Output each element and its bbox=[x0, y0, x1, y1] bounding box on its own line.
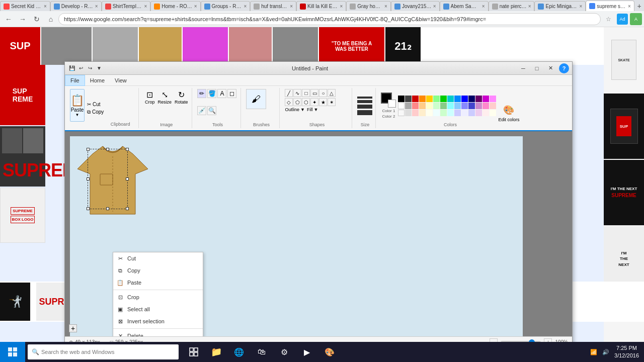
top-img-3[interactable] bbox=[93, 27, 138, 65]
palette-r3[interactable] bbox=[412, 110, 419, 116]
palette-lpurple[interactable] bbox=[482, 96, 489, 102]
palette-black[interactable] bbox=[398, 96, 405, 102]
palette-lpink[interactable] bbox=[490, 103, 496, 109]
ctx-invertsel[interactable]: ⊠ Invert selection bbox=[113, 315, 203, 327]
handle-bl[interactable] bbox=[87, 207, 90, 210]
size-3[interactable] bbox=[357, 105, 372, 109]
palette-p4[interactable] bbox=[482, 110, 489, 116]
palette-llblue[interactable] bbox=[454, 103, 461, 109]
palette-yellow1[interactable] bbox=[426, 96, 433, 102]
color-pick-tool[interactable]: 💉 bbox=[197, 106, 206, 115]
handle-br[interactable] bbox=[126, 207, 129, 210]
volume-icon[interactable]: 🔊 bbox=[602, 349, 609, 355]
size-1[interactable] bbox=[357, 97, 372, 99]
tab-8[interactable]: Gray hoodie × bbox=[346, 1, 391, 11]
zoom-plus-button[interactable]: + bbox=[544, 338, 552, 342]
right-img-2[interactable]: SUP bbox=[604, 94, 644, 159]
palette-teal[interactable] bbox=[447, 96, 454, 102]
tab-7[interactable]: Kill la Kill Epi... × bbox=[296, 1, 346, 11]
tab-9[interactable]: Jovany215 -... × bbox=[391, 1, 440, 11]
save-quick-icon[interactable]: 💾 bbox=[68, 64, 76, 72]
shape-star4[interactable]: ✦ bbox=[310, 98, 318, 106]
palette-blue[interactable] bbox=[461, 96, 468, 102]
file-explorer-icon[interactable]: 📁 bbox=[206, 342, 226, 362]
shape-star5[interactable]: ★ bbox=[319, 98, 327, 106]
ctx-crop[interactable]: ⊡ Crop bbox=[113, 291, 203, 303]
color2-swatch[interactable] bbox=[388, 100, 396, 108]
ctx-delete[interactable]: ✕ Delete bbox=[113, 330, 203, 336]
refresh-button[interactable]: ↻ bbox=[30, 13, 43, 26]
top-img-9[interactable]: 21₂ bbox=[385, 27, 421, 65]
menu-view[interactable]: View bbox=[110, 75, 132, 86]
bottom-img-1[interactable]: 🤺 bbox=[0, 283, 30, 321]
shape-star6[interactable]: ✶ bbox=[328, 98, 336, 106]
handle-ml[interactable] bbox=[87, 177, 90, 180]
add-point-button[interactable]: + bbox=[69, 324, 77, 332]
network-icon[interactable]: 📶 bbox=[590, 349, 597, 355]
media-player-icon[interactable]: ▶ bbox=[297, 342, 317, 362]
palette-p5[interactable] bbox=[490, 110, 496, 116]
palette-mpink[interactable] bbox=[482, 103, 489, 109]
palette-lteal[interactable] bbox=[447, 103, 454, 109]
fill-tool[interactable]: 🪣 bbox=[207, 89, 216, 98]
palette-g1[interactable] bbox=[405, 110, 412, 116]
palette-o3[interactable] bbox=[419, 110, 426, 116]
forward-button[interactable]: → bbox=[16, 13, 29, 26]
left-img-1[interactable]: SUPREME bbox=[0, 65, 45, 125]
fill-selector[interactable]: Fill ▼ bbox=[307, 107, 318, 112]
palette-w1[interactable] bbox=[398, 110, 405, 116]
palette-lgreen[interactable] bbox=[433, 96, 440, 102]
handle-bm[interactable] bbox=[106, 207, 109, 210]
minimize-button[interactable]: ─ bbox=[517, 63, 530, 73]
left-img-3[interactable]: SUPREME BOX LOGO bbox=[0, 188, 45, 243]
shape-diamond[interactable]: ◇ bbox=[285, 98, 293, 106]
redo-quick-icon[interactable]: ↪ bbox=[86, 64, 94, 72]
task-view-button[interactable] bbox=[184, 342, 204, 362]
shape-triangle[interactable]: △ bbox=[328, 89, 336, 97]
close-button[interactable]: ✕ bbox=[544, 63, 557, 73]
handle-mr[interactable] bbox=[126, 177, 129, 180]
cut-button[interactable]: ✂ Cut bbox=[86, 101, 105, 108]
pencil-tool[interactable]: ✏ bbox=[197, 89, 206, 98]
palette-lyellow[interactable] bbox=[426, 103, 433, 109]
palette-dgray[interactable] bbox=[405, 96, 412, 102]
eraser-tool[interactable]: ◻ bbox=[227, 89, 236, 98]
url-bar[interactable] bbox=[58, 13, 601, 25]
ctx-copy[interactable]: ⧉ Copy bbox=[113, 264, 203, 277]
top-img-6[interactable] bbox=[229, 27, 272, 65]
handle-tm[interactable] bbox=[106, 148, 109, 151]
bookmark-icon[interactable]: ☆ bbox=[602, 13, 615, 26]
size-2[interactable] bbox=[357, 100, 372, 103]
browser-taskbar-icon[interactable]: 🌐 bbox=[229, 342, 249, 362]
start-button[interactable] bbox=[0, 342, 25, 362]
copy-button[interactable]: ⧉ Copy bbox=[86, 109, 105, 116]
paste-button[interactable]: 📋 Paste ▼ bbox=[70, 89, 85, 122]
crop-button[interactable]: ⊡ Crop bbox=[144, 89, 156, 122]
tab-10[interactable]: Abem Samu... × bbox=[440, 1, 489, 11]
palette-t3[interactable] bbox=[447, 110, 454, 116]
taskbar-search-box[interactable]: 🔍 bbox=[28, 344, 179, 359]
ctx-paste[interactable]: 📋 Paste bbox=[113, 277, 203, 289]
top-img-2[interactable] bbox=[41, 27, 92, 65]
palette-lgray[interactable] bbox=[405, 103, 412, 109]
menu-file[interactable]: File bbox=[65, 75, 85, 86]
edit-colors-button[interactable]: Edit colors bbox=[498, 117, 519, 122]
shape-line[interactable]: ╱ bbox=[285, 89, 293, 97]
text-tool[interactable]: A bbox=[217, 89, 226, 98]
palette-mlblue[interactable] bbox=[461, 103, 468, 109]
paint-taskbar-icon[interactable]: 🎨 bbox=[319, 342, 340, 362]
handle-tl[interactable] bbox=[87, 148, 90, 151]
palette-lblue[interactable] bbox=[454, 96, 461, 102]
paint-shirt-image[interactable] bbox=[72, 139, 153, 222]
shape-pentagon[interactable]: ⬠ bbox=[293, 98, 301, 106]
outline-selector[interactable]: Outline ▼ bbox=[285, 107, 304, 112]
palette-p3[interactable] bbox=[475, 110, 482, 116]
palette-dgreen[interactable] bbox=[440, 96, 447, 102]
shape-ellipse[interactable]: ○ bbox=[319, 89, 327, 97]
tab-1[interactable]: Secret Kid W... × bbox=[0, 1, 50, 11]
palette-b3[interactable] bbox=[454, 110, 461, 116]
settings-icon[interactable]: ⚙ bbox=[274, 342, 294, 362]
tab-2[interactable]: Develop - RC... × bbox=[50, 1, 102, 11]
paint-canvas-area[interactable]: ✂ Cut ⧉ Copy 📋 Paste ⊡ Crop bbox=[65, 131, 572, 336]
shape-curve[interactable]: ∿ bbox=[293, 89, 301, 97]
